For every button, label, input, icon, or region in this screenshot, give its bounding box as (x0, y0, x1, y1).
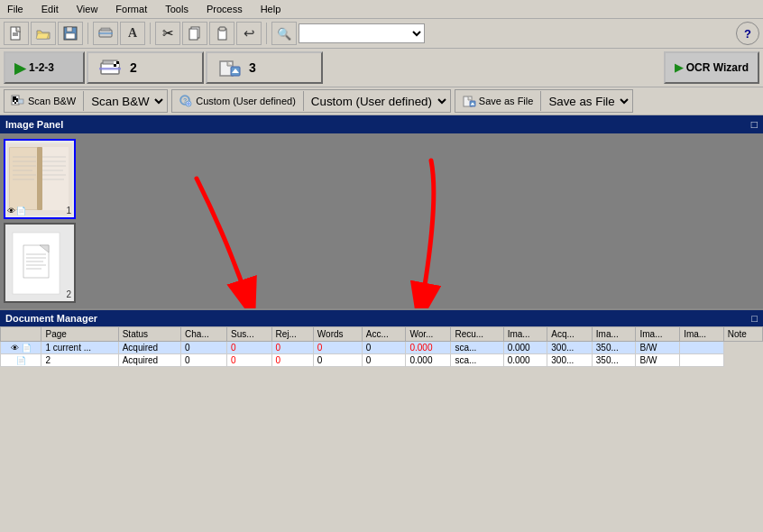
doc-svg (7, 227, 72, 299)
svg-rect-15 (99, 68, 121, 70)
menu-edit[interactable]: Edit (38, 2, 62, 16)
recognize-sep (303, 91, 304, 111)
svg-rect-5 (66, 33, 75, 39)
save-group: Save as File Save as File (455, 89, 634, 113)
row2-ima3: B/W (636, 354, 680, 367)
scan-group: Scan B&W Scan B&W (4, 89, 168, 113)
scan-dropdown[interactable]: Scan B&W (86, 91, 166, 111)
svg-rect-8 (98, 32, 113, 34)
step-2-num: 2 (130, 60, 137, 75)
doc-manager-title: Document Manager (5, 313, 97, 324)
save-file-icon (462, 94, 476, 108)
open-button[interactable] (31, 22, 56, 45)
menu-tools[interactable]: Tools (161, 2, 192, 16)
step-2-button[interactable]: 2 (87, 51, 204, 84)
cut-button[interactable]: ✂ (155, 22, 180, 45)
image-panel-container: Image Panel □ (0, 115, 763, 308)
row2-eye: 📄 (1, 354, 41, 367)
col-rec: Recu... (451, 327, 503, 342)
doc-manager-maximize-icon[interactable]: □ (751, 313, 758, 324)
recognize-button[interactable]: ? Custom (User defined) (173, 91, 301, 111)
row2-rec: sca... (451, 354, 503, 367)
row1-ima: 0.000 (503, 342, 547, 354)
table-row[interactable]: 👁 📄 1 current ... Acquired 0 0 0 0 0 0.0… (1, 342, 763, 354)
menu-process[interactable]: Process (203, 2, 246, 16)
save-button[interactable] (58, 22, 83, 45)
row2-rej: 0 (271, 354, 313, 367)
panel-maximize-icon[interactable]: □ (751, 118, 758, 131)
zoom-icon: 🔍 (271, 22, 297, 45)
scan-bw-icon (11, 94, 25, 108)
export-step-icon (216, 56, 242, 79)
paste-button[interactable] (209, 22, 234, 45)
recognize-icon: ? (179, 94, 193, 108)
eye-icon: 👁 (11, 344, 19, 353)
col-status: Status (118, 327, 180, 342)
row2-status: Acquired (118, 354, 180, 367)
col-ima3: Ima... (636, 327, 680, 342)
step-3-num: 3 (249, 60, 256, 75)
svg-rect-26 (14, 96, 16, 98)
row1-sus: 0 (227, 342, 271, 354)
menu-file[interactable]: File (4, 2, 27, 16)
thumbnail-1[interactable]: 👁 📄 1 (4, 139, 76, 219)
thumb-eye-icon: 👁 (7, 206, 15, 216)
row1-page: 1 current ... (41, 342, 118, 354)
help-button[interactable]: ? (736, 22, 759, 45)
col-page: Page (41, 327, 118, 342)
row2-page: 2 (41, 354, 118, 367)
step-3-button[interactable]: 3 (206, 51, 323, 84)
table-row[interactable]: 📄 2 Acquired 0 0 0 0 0 0.000 sca... 0.00… (1, 354, 763, 367)
menu-help[interactable]: Help (257, 2, 285, 16)
row1-acq: 300... (547, 342, 592, 354)
scan-bw-label: Scan B&W (28, 96, 76, 106)
row2-acc: 0 (362, 354, 406, 367)
menu-format[interactable]: Format (112, 2, 151, 16)
copy-button[interactable] (182, 22, 207, 45)
row2-cha: 0 (181, 354, 227, 367)
row1-status: Acquired (118, 342, 180, 354)
ocr-wizard-label: OCR Wizard (686, 61, 749, 74)
annotation-arrows: 1 2 (79, 133, 763, 308)
save-sep (540, 91, 541, 111)
recognize-dropdown[interactable]: Custom (User defined) (306, 91, 449, 111)
zoom-dropdown[interactable]: 50% 75% 100% (299, 23, 425, 43)
image-panel-title: Image Panel (5, 119, 63, 130)
row1-words: 0 (313, 342, 362, 354)
step-1-label: 1-2-3 (29, 61, 54, 74)
row2-wor: 0.000 (406, 354, 451, 367)
image-panel-header: Image Panel □ (0, 115, 763, 133)
save-as-file-button[interactable]: Save as File (456, 91, 539, 111)
scan-bw-button[interactable]: Scan B&W (5, 91, 81, 111)
ocr-button[interactable]: A (120, 22, 145, 45)
svg-rect-12 (219, 27, 225, 31)
row1-rej: 0 (271, 342, 313, 354)
svg-rect-28 (14, 102, 16, 104)
svg-point-34 (187, 102, 190, 105)
table-header-row: Page Status Cha... Sus... Rej... Words A… (1, 327, 763, 342)
page-icon: 📄 (22, 344, 32, 353)
scan-button[interactable] (93, 22, 118, 45)
undo-button[interactable]: ↩ (236, 22, 262, 45)
step-bar: ▶ 1-2-3 2 3 ▶ OCR Wizard (0, 49, 763, 87)
doc-manager-header: Document Manager □ (0, 310, 763, 326)
doc-table: Page Status Cha... Sus... Rej... Words A… (0, 326, 763, 367)
col-rej: Rej... (271, 327, 313, 342)
svg-rect-24 (16, 100, 18, 102)
scan-sep (83, 91, 84, 111)
menu-view[interactable]: View (73, 2, 102, 16)
row2-note (680, 354, 724, 367)
thumbnail-2[interactable]: 2 (4, 223, 76, 303)
col-ima2: Ima... (592, 327, 636, 342)
ocr-wizard-button[interactable]: ▶ OCR Wizard (664, 51, 759, 84)
new-button[interactable] (4, 22, 29, 45)
svg-rect-7 (101, 28, 110, 31)
col-acq: Acq... (547, 327, 592, 342)
page-icon-2: 📄 (16, 356, 26, 365)
row2-acq: 300... (547, 354, 592, 367)
save-dropdown[interactable]: Save as File (543, 91, 631, 111)
step-1-button[interactable]: ▶ 1-2-3 (4, 51, 85, 84)
col-sus: Sus... (227, 327, 271, 342)
row1-rec: sca... (451, 342, 503, 354)
thumb-doc-icon: 📄 (16, 206, 26, 216)
